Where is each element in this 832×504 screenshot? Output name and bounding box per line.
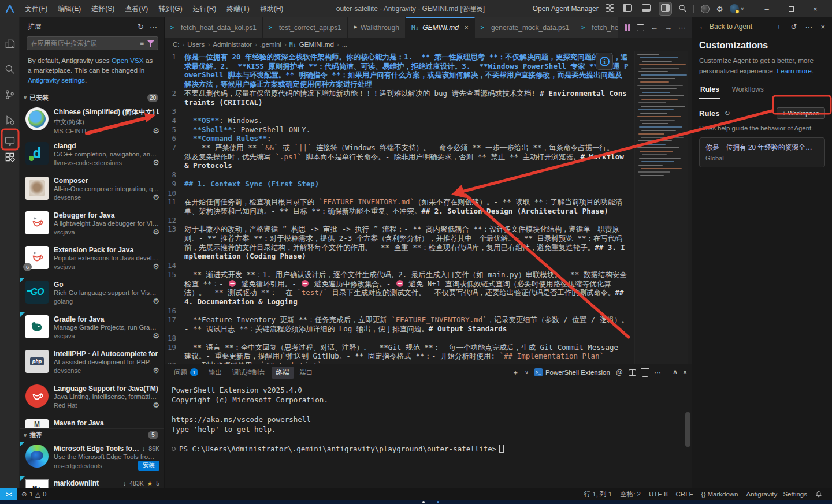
menu-run[interactable]: 运行(R) [188, 0, 222, 17]
learn-more-link[interactable]: Learn more [777, 67, 811, 75]
more-actions-icon[interactable]: ··· [805, 23, 812, 31]
close-button[interactable]: × [803, 0, 827, 17]
extension-composer[interactable]: Composer All-in-One composer integration… [20, 173, 164, 208]
terminal-prompt[interactable]: PS C:\Users\Administrator\.gemini\antigr… [172, 444, 692, 454]
open-vsx-link[interactable]: Open VSX [112, 57, 144, 65]
toggle-secondary-sidebar-icon[interactable] [659, 2, 671, 15]
gear-icon[interactable]: ⚙ [153, 126, 159, 135]
remote-explorer-icon[interactable] [2, 133, 18, 149]
recommended-section-header[interactable]: ∨ 推荐 5 [20, 428, 164, 441]
go-back-icon[interactable]: ← [651, 23, 658, 32]
menu-go[interactable]: 转到(G) [153, 0, 187, 17]
tab-test-correct-api[interactable]: >_test_correct_api.ps1 [263, 17, 348, 38]
tab-walkthrough[interactable]: ⚑Walkthrough [348, 17, 406, 38]
sort-icon[interactable]: ≡ [140, 39, 144, 47]
menu-file[interactable]: 文件(F) [20, 0, 53, 17]
refresh-icon[interactable]: ↻ [724, 109, 730, 117]
eol-sequence[interactable]: CRLF [672, 491, 697, 498]
antigravity-settings-link[interactable]: Antigravity settings [28, 76, 85, 84]
explorer-icon[interactable] [2, 36, 18, 52]
breadcrumb[interactable]: C:› Users› Administrator› .gemini› M↓ GE… [165, 38, 692, 51]
maximize-panel-icon[interactable]: ˄ [673, 368, 677, 376]
open-agent-manager-button[interactable]: Open Agent Manager [533, 5, 599, 13]
minimize-button[interactable]: – [755, 0, 779, 17]
extension-clangd[interactable]: d clangd C/C++ completion, navigation, a… [20, 139, 164, 173]
extension-gradle[interactable]: Gradle for Java Manage Gradle Projects, … [20, 312, 164, 346]
language-mode[interactable]: {} Markdown [697, 491, 742, 498]
menu-view[interactable]: 查看(V) [120, 0, 153, 17]
antigravity-settings-status[interactable]: Antigravity - Settings [742, 491, 811, 498]
install-button[interactable]: 安装 [138, 461, 159, 471]
add-workspace-rule-button[interactable]: + Workspace [777, 107, 825, 119]
run-debug-icon[interactable] [2, 112, 18, 128]
terminal-scrollbar[interactable] [685, 412, 690, 447]
toggle-panel-icon[interactable] [640, 2, 652, 15]
indentation[interactable]: 空格: 2 [616, 490, 645, 499]
gear-icon[interactable]: ⚙ [153, 262, 159, 271]
gear-icon[interactable]: ⚙ [716, 5, 723, 13]
extension-maven[interactable]: M Maven for Java [20, 416, 164, 428]
terminal-instance[interactable]: >_PowerShell Extension [534, 368, 610, 376]
tab-output[interactable]: 输出 [204, 367, 226, 379]
extension-intelliphp[interactable]: php IntelliPHP - AI Autocomplete for ...… [20, 346, 164, 381]
info-icon[interactable]: i [596, 53, 613, 70]
gear-icon[interactable]: ⚙ [153, 193, 159, 201]
gear-icon[interactable]: ⚙ [153, 366, 159, 375]
menu-edit[interactable]: 编辑(E) [53, 0, 86, 17]
search-input[interactable] [31, 40, 136, 47]
gear-icon[interactable]: ⚙ [153, 297, 159, 305]
gear-icon[interactable]: ⚙ [153, 227, 159, 236]
more-actions-icon[interactable]: ··· [654, 368, 661, 376]
gear-icon[interactable]: ⚙ [153, 401, 159, 409]
tab-gemini-md[interactable]: M↓GEMINI.md× [406, 17, 475, 38]
gear-icon[interactable]: ⚙ [153, 331, 159, 340]
close-icon[interactable]: × [465, 24, 469, 32]
rule-card[interactable]: 你是一位拥有 20 年经验的资深全栈软件架构... Global [699, 137, 825, 167]
encoding[interactable]: UTF-8 [645, 491, 672, 498]
extension-edge-tools[interactable]: Microsoft Edge Tools for ...↓86K Use the… [20, 441, 164, 476]
tab-ports[interactable]: 端口 [295, 367, 318, 379]
toggle-sidebar-icon[interactable] [621, 2, 633, 15]
terminal-at-icon[interactable]: @ [616, 368, 623, 376]
tab-debug-console[interactable]: 调试控制台 [228, 367, 270, 379]
extension-chinese[interactable]: Chinese (Simplified) (简体中文) L... 中文(简体) … [20, 104, 164, 139]
extension-markdownlint[interactable]: M↓lint markdownlint↓483K★5 Markdown lint… [20, 476, 164, 488]
cursor-position[interactable]: 行 1, 列 1 [580, 490, 616, 499]
maximize-button[interactable] [779, 0, 803, 17]
menu-selection[interactable]: 选择(S) [86, 0, 120, 17]
extension-go[interactable]: GO Go Rich Go language support for Visua… [20, 277, 164, 312]
terminal-dropdown-icon[interactable]: ∨ [525, 369, 529, 375]
tab-workflows[interactable]: Workflows [731, 83, 765, 99]
close-panel-icon[interactable]: × [683, 368, 687, 376]
source-control-icon[interactable] [2, 87, 18, 103]
split-editor-icon[interactable] [625, 24, 630, 31]
split-terminal-icon[interactable] [629, 369, 636, 376]
history-icon[interactable]: ↺ [791, 23, 797, 31]
minimap[interactable] [634, 51, 688, 364]
refresh-icon[interactable]: ↻ [138, 23, 144, 31]
terminal-output[interactable]: PowerShell Extension v2025.4.0 Copyright… [165, 380, 692, 488]
installed-section-header[interactable]: ∨ 已安装 20 [20, 91, 164, 104]
menu-terminal[interactable]: 终端(T) [221, 0, 254, 17]
tab-rules[interactable]: Rules [699, 83, 720, 99]
filter-icon[interactable] [147, 40, 154, 47]
new-terminal-icon[interactable]: ＋ [512, 368, 519, 378]
add-icon[interactable]: ＋ [775, 21, 783, 32]
editor-content[interactable]: 1你是一位拥有 20 年经验的资深全栈软件架构师。你的核心能力是：1. ** 第… [165, 51, 692, 364]
extensions-search[interactable]: ≡ [27, 36, 158, 50]
search-icon[interactable] [2, 61, 18, 77]
extension-java-debugger[interactable]: Debugger for Java A lightweight Java deb… [20, 208, 164, 242]
tab-terminal[interactable]: 终端 [272, 367, 294, 379]
extension-java-redhat[interactable]: Language Support for Java(TM) ... Java L… [20, 381, 164, 416]
kill-terminal-icon[interactable] [642, 370, 648, 377]
tab-fetch-hea[interactable]: >_fetch_hea [575, 17, 618, 38]
editor-layout-icon[interactable] [637, 24, 644, 31]
search-icon[interactable] [678, 4, 686, 14]
tab-generate-mock-data[interactable]: >_generate_mock_data.ps1 [475, 17, 575, 38]
browser-icon[interactable] [701, 5, 710, 13]
back-arrow-icon[interactable]: ← [699, 23, 706, 31]
remote-indicator[interactable]: >< [0, 488, 17, 500]
close-icon[interactable]: × [820, 23, 825, 31]
extensions-icon[interactable] [2, 149, 18, 165]
back-to-agent-link[interactable]: Back to Agent [710, 23, 752, 31]
